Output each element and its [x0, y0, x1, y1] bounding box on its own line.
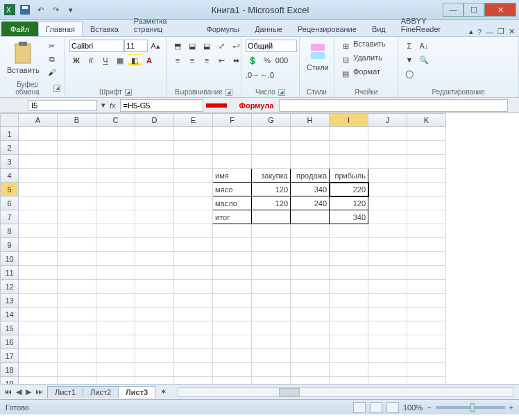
cell-B10[interactable]	[58, 252, 96, 266]
font-dialog-launcher[interactable]: ◢	[125, 89, 132, 96]
cell-C16[interactable]	[96, 335, 135, 349]
cell-B1[interactable]	[58, 127, 96, 141]
cell-E19[interactable]	[174, 377, 213, 385]
cell-K2[interactable]	[407, 141, 446, 155]
cell-J11[interactable]	[368, 266, 407, 280]
font-size-combo[interactable]	[124, 40, 148, 52]
row-header-4[interactable]: 4	[1, 169, 19, 183]
sheet-tab-3[interactable]: Лист3	[118, 386, 155, 398]
cell-D3[interactable]	[135, 155, 174, 169]
cell-H10[interactable]	[291, 252, 330, 266]
cell-A12[interactable]	[19, 280, 58, 294]
align-right-icon[interactable]: ≡	[200, 54, 214, 67]
merge-icon[interactable]: ⬌	[229, 54, 243, 67]
cell-H13[interactable]	[291, 294, 330, 308]
cell-B19[interactable]	[58, 377, 96, 385]
cell-F5[interactable]: мясо	[213, 183, 252, 196]
tab-page-layout[interactable]: Разметка страниц	[126, 13, 198, 36]
cell-A3[interactable]	[19, 155, 58, 169]
percent-icon[interactable]: %	[260, 54, 274, 67]
cell-G11[interactable]	[252, 266, 291, 280]
cell-K17[interactable]	[407, 349, 446, 363]
cell-G3[interactable]	[252, 155, 291, 169]
cell-J10[interactable]	[368, 252, 407, 266]
row-header-14[interactable]: 14	[1, 308, 19, 321]
cell-F10[interactable]	[213, 252, 252, 266]
zoom-level[interactable]: 100%	[403, 403, 423, 412]
cell-C4[interactable]	[96, 169, 135, 183]
cell-B16[interactable]	[58, 335, 96, 349]
cell-B11[interactable]	[58, 266, 96, 280]
cell-J7[interactable]	[368, 210, 407, 224]
save-icon[interactable]	[18, 3, 32, 17]
increase-font-icon[interactable]: A▴	[148, 40, 162, 52]
decrease-decimal-icon[interactable]: ←.0	[260, 69, 274, 81]
cell-A15[interactable]	[19, 321, 58, 335]
cell-F17[interactable]	[213, 349, 252, 363]
cell-I4[interactable]: прибыль	[330, 169, 368, 183]
cell-K12[interactable]	[407, 280, 446, 294]
cell-H9[interactable]	[291, 238, 330, 252]
col-header-I[interactable]: I	[330, 114, 368, 127]
cell-I12[interactable]	[330, 280, 368, 294]
cell-I10[interactable]	[330, 252, 368, 266]
cell-F16[interactable]	[213, 335, 252, 349]
cell-K13[interactable]	[407, 294, 446, 308]
cell-K7[interactable]	[407, 210, 446, 224]
cell-A10[interactable]	[19, 252, 58, 266]
cell-C2[interactable]	[96, 141, 135, 155]
cell-A17[interactable]	[19, 349, 58, 363]
cell-A5[interactable]	[19, 183, 58, 196]
row-header-1[interactable]: 1	[1, 127, 19, 141]
cell-F15[interactable]	[213, 321, 252, 335]
alignment-dialog-launcher[interactable]: ◢	[226, 89, 232, 96]
cell-C11[interactable]	[96, 266, 135, 280]
cell-B9[interactable]	[58, 238, 96, 252]
cell-K4[interactable]	[407, 169, 446, 183]
cell-D1[interactable]	[135, 127, 174, 141]
cell-D9[interactable]	[135, 238, 174, 252]
row-header-7[interactable]: 7	[1, 210, 19, 224]
zoom-in-icon[interactable]: +	[509, 403, 513, 412]
cell-J19[interactable]	[368, 377, 407, 385]
cut-icon[interactable]: ✂	[45, 40, 59, 52]
cell-C18[interactable]	[96, 363, 135, 377]
cell-H12[interactable]	[291, 280, 330, 294]
mdi-close-icon[interactable]: ✕	[509, 27, 515, 36]
cell-I14[interactable]	[330, 308, 368, 321]
cell-A1[interactable]	[19, 127, 58, 141]
cell-E13[interactable]	[174, 294, 213, 308]
cell-B4[interactable]	[58, 169, 96, 183]
cell-I17[interactable]	[330, 349, 368, 363]
cell-E15[interactable]	[174, 321, 213, 335]
cell-F2[interactable]	[213, 141, 252, 155]
cell-F11[interactable]	[213, 266, 252, 280]
cell-J1[interactable]	[368, 127, 407, 141]
cell-C19[interactable]	[96, 377, 135, 385]
row-header-2[interactable]: 2	[1, 141, 19, 155]
col-header-A[interactable]: A	[19, 114, 58, 127]
find-icon[interactable]: 🔍	[417, 53, 431, 66]
cell-D2[interactable]	[135, 141, 174, 155]
cell-C14[interactable]	[96, 308, 135, 321]
cell-B18[interactable]	[58, 363, 96, 377]
cell-H6[interactable]: 240	[291, 196, 330, 210]
cell-A7[interactable]	[19, 210, 58, 224]
cell-B13[interactable]	[58, 294, 96, 308]
cell-F8[interactable]	[213, 224, 252, 238]
cell-J5[interactable]	[368, 183, 407, 196]
row-header-18[interactable]: 18	[1, 363, 19, 377]
cell-F19[interactable]	[213, 377, 252, 385]
insert-cells-button[interactable]: ⊞Вставить	[339, 40, 386, 52]
cell-H16[interactable]	[291, 335, 330, 349]
cell-K9[interactable]	[407, 238, 446, 252]
cell-H5[interactable]: 340	[291, 183, 330, 196]
cell-K1[interactable]	[407, 127, 446, 141]
minimize-ribbon-icon[interactable]: ▴	[469, 27, 473, 36]
cell-K18[interactable]	[407, 363, 446, 377]
cell-I15[interactable]	[330, 321, 368, 335]
sort-icon[interactable]: A↓	[417, 40, 431, 52]
cell-E9[interactable]	[174, 238, 213, 252]
cell-K19[interactable]	[407, 377, 446, 385]
cell-G16[interactable]	[252, 335, 291, 349]
